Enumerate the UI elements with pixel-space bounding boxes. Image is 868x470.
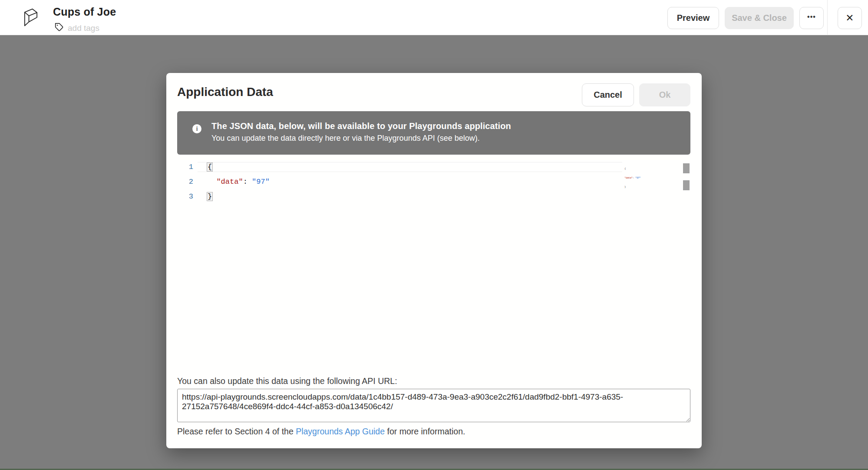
info-banner-title: The JSON data, below, will be available … (211, 121, 511, 131)
editor-minimap: { "data": "97" } (624, 161, 650, 195)
footer-prefix: Please refer to Section 4 of the (177, 427, 296, 436)
preview-button[interactable]: Preview (667, 7, 719, 29)
line-number: 2 (177, 177, 198, 187)
code-line: 1 { (177, 162, 212, 172)
close-editor-button[interactable]: ✕ (838, 7, 862, 29)
info-banner-subtitle: You can update the data directly here or… (211, 134, 480, 143)
add-tags-label[interactable]: add tags (68, 23, 99, 33)
header-divider (827, 0, 828, 35)
info-banner: i The JSON data, below, will be availabl… (177, 111, 690, 155)
modal-footer-text: Please refer to Section 4 of the Playgro… (177, 427, 465, 437)
line-number: 1 (177, 162, 198, 172)
active-line-highlight (198, 162, 622, 172)
tag-icon (55, 23, 64, 33)
footer-suffix: for more information. (385, 427, 465, 436)
close-brace-token: } (207, 192, 213, 201)
application-data-modal: Application Data Cancel Ok i The JSON da… (166, 73, 702, 448)
code-line: 2 "data": "97" (177, 177, 270, 187)
add-tags-control[interactable]: add tags (55, 23, 99, 33)
playgrounds-app-guide-link[interactable]: Playgrounds App Guide (296, 427, 385, 436)
json-code-editor[interactable]: 1 { 2 "data": "97" 3 } { "data": "97" } (177, 160, 690, 374)
editor-scrollbar-marker[interactable] (683, 180, 690, 190)
json-key-token: "data" (216, 178, 243, 186)
cancel-button[interactable]: Cancel (582, 83, 634, 106)
page-backdrop: Cups of Joe add tags Preview Save & Clos… (0, 0, 868, 470)
json-value-token: "97" (252, 178, 270, 186)
page-title: Cups of Joe (53, 6, 116, 18)
more-options-button[interactable]: ••• (799, 7, 824, 29)
editor-scrollbar-marker[interactable] (683, 163, 690, 173)
app-header: Cups of Joe add tags Preview Save & Clos… (0, 0, 868, 35)
info-icon: i (192, 124, 201, 133)
open-brace-token: { (207, 162, 213, 172)
api-url-label: You can also update this data using the … (177, 376, 397, 386)
colon-token: : (243, 178, 252, 186)
code-line: 3 } (177, 192, 212, 202)
api-url-textarea[interactable]: https://api-playgrounds.screencloudapps.… (177, 389, 690, 422)
modal-title: Application Data (177, 85, 273, 99)
line-number: 3 (177, 192, 198, 202)
save-and-close-button[interactable]: Save & Close (725, 7, 794, 29)
ok-button[interactable]: Ok (639, 83, 690, 106)
app-logo-icon (18, 5, 41, 31)
